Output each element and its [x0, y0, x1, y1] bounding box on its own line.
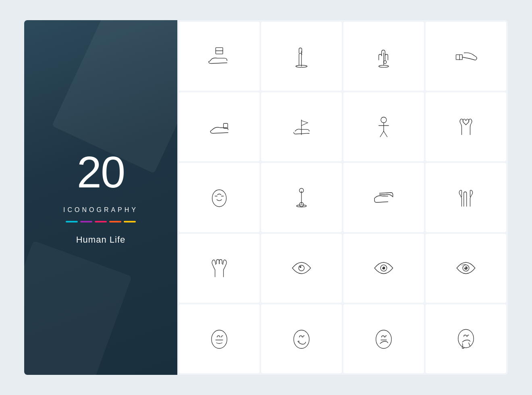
bone-icon [287, 183, 316, 212]
color-bars [63, 221, 138, 222]
icon-cell-hands-heart [426, 92, 506, 161]
face-neutral-icon [205, 324, 233, 353]
icon-grid [177, 20, 508, 375]
icon-cell-face-happy [261, 304, 342, 373]
main-container: 20 ICONOGRAPHY Human Life [24, 20, 508, 375]
icon-cell-face-neutral [179, 304, 260, 373]
icon-cell-hands-care [343, 163, 424, 232]
icon-cell-face-sad-cry [426, 304, 506, 373]
face-happy-icon [287, 324, 316, 353]
hands-care-icon [370, 183, 398, 212]
icon-cell-hand-ring [343, 22, 424, 91]
svg-line-17 [384, 131, 387, 137]
color-bar-1 [66, 221, 78, 222]
color-bar-3 [95, 221, 107, 222]
eye-2-icon [370, 254, 398, 282]
color-bar-5 [124, 221, 136, 222]
face-mask-icon [205, 183, 233, 212]
icon-cell-eye-2 [343, 234, 424, 303]
hand-holding-box-icon [205, 42, 233, 71]
svg-point-13 [381, 117, 387, 123]
svg-point-5 [384, 60, 387, 63]
svg-line-11 [210, 130, 212, 131]
svg-point-31 [382, 266, 383, 268]
svg-line-16 [380, 131, 384, 137]
face-sad-cry-icon [452, 324, 480, 353]
icon-cell-face-sad-slight [343, 304, 424, 373]
human-figure-icon [370, 113, 398, 141]
icon-cell-hand-device [179, 92, 260, 161]
icon-cell-eye-1 [261, 234, 342, 303]
flag-hand-icon [287, 113, 316, 141]
icon-cell-flag-hand [261, 92, 342, 161]
left-content: 20 ICONOGRAPHY Human Life [47, 134, 154, 261]
eye-3-icon [452, 254, 480, 282]
iconography-label: ICONOGRAPHY [63, 206, 138, 214]
svg-point-40 [458, 330, 474, 348]
color-bar-2 [80, 221, 92, 222]
eye-1-icon [287, 254, 316, 282]
icon-cell-eye-3 [426, 234, 506, 303]
svg-point-35 [212, 330, 227, 349]
hands-protect-icon [205, 254, 233, 282]
category-title: Human Life [63, 235, 138, 245]
hand-device-icon [205, 113, 233, 141]
icon-cell-hand-box [179, 22, 260, 91]
icon-cell-hands-open [426, 163, 506, 232]
svg-point-6 [379, 65, 389, 67]
left-panel: 20 ICONOGRAPHY Human Life [24, 20, 177, 375]
icon-cell-raised-hand [261, 22, 342, 91]
icon-cell-face-mask [179, 163, 260, 232]
hands-open-icon [452, 183, 480, 212]
raised-hand-icon [287, 42, 316, 71]
svg-rect-7 [456, 54, 463, 59]
svg-point-37 [294, 330, 310, 349]
icon-cell-bone [261, 163, 342, 232]
svg-point-27 [299, 265, 304, 271]
hand-raised-ring-icon [370, 42, 398, 71]
hand-scan-icon [452, 42, 480, 71]
svg-point-18 [212, 190, 227, 207]
icon-count: 20 [63, 150, 138, 194]
color-bar-4 [109, 221, 121, 222]
face-sad-slight-icon [370, 324, 398, 353]
svg-point-28 [299, 266, 301, 268]
svg-line-2 [209, 60, 210, 62]
icon-cell-human-figure [343, 92, 424, 161]
icon-cell-hand-scan [426, 22, 506, 91]
svg-point-38 [376, 330, 392, 349]
hands-heart-icon [452, 113, 480, 141]
svg-point-34 [464, 266, 466, 268]
icon-cell-hands-protect [179, 234, 260, 303]
